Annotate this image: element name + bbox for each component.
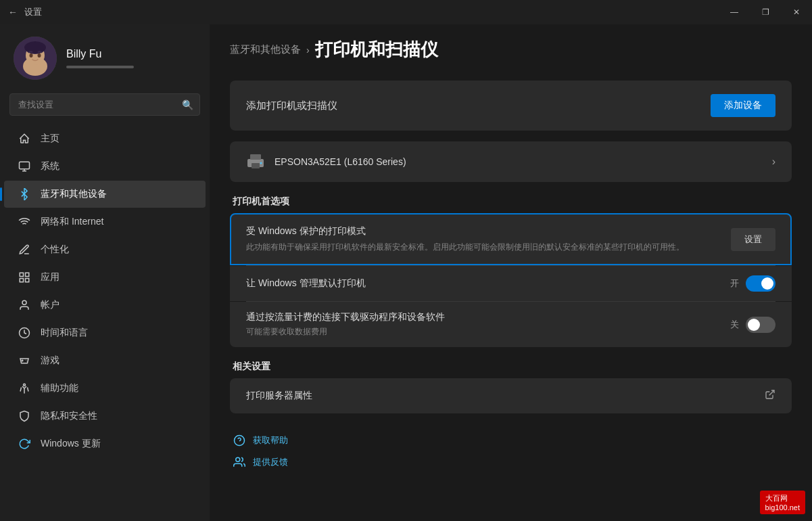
- get-help-link[interactable]: 获取帮助: [233, 430, 792, 451]
- svg-rect-9: [26, 273, 29, 276]
- svg-point-6: [38, 53, 41, 58]
- svg-rect-16: [250, 154, 261, 160]
- sidebar-item-home[interactable]: 主页: [4, 125, 206, 152]
- app-body: Billy Fu 🔍 主页 系统: [0, 24, 812, 521]
- user-info: Billy Fu: [66, 48, 196, 68]
- sidebar-item-network-label: 网络和 Internet: [41, 216, 103, 228]
- metered-row: 通过按流量计费的连接下载驱动程序和设备软件 可能需要收取数据费用 关: [230, 302, 792, 347]
- gaming-icon: [18, 354, 31, 367]
- title-bar-controls: — ❐ ✕: [719, 0, 812, 24]
- add-device-button[interactable]: 添加设备: [711, 94, 775, 117]
- svg-rect-17: [252, 163, 260, 168]
- metered-subtitle: 可能需要收取数据费用: [246, 325, 445, 338]
- sidebar-item-network[interactable]: 网络和 Internet: [4, 208, 206, 235]
- sidebar-item-gaming[interactable]: 游戏: [4, 347, 206, 374]
- sidebar-item-privacy[interactable]: 隐私和安全性: [4, 403, 206, 430]
- print-server-label: 打印服务器属性: [246, 390, 312, 402]
- metered-text: 通过按流量计费的连接下载驱动程序和设备软件 可能需要收取数据费用: [246, 311, 445, 338]
- add-printer-label: 添加打印机或扫描仪: [246, 99, 337, 112]
- related-settings-header: 相关设置: [230, 361, 792, 373]
- back-icon[interactable]: ←: [8, 7, 18, 18]
- sidebar-item-accounts-label: 帐户: [41, 299, 59, 311]
- svg-point-4: [24, 41, 46, 53]
- sidebar-item-accounts[interactable]: 帐户: [4, 292, 206, 319]
- add-printer-section: 添加打印机或扫描仪 添加设备: [230, 81, 792, 131]
- page-title: 打印机和扫描仪: [315, 38, 438, 62]
- sidebar-item-gaming-label: 游戏: [41, 355, 59, 367]
- svg-rect-7: [20, 162, 30, 169]
- device-name: EPSON3A52E1 (L6160 Series): [274, 156, 406, 167]
- minimize-button[interactable]: —: [719, 0, 750, 24]
- privacy-icon: [18, 409, 31, 423]
- feedback-label: 提供反馈: [253, 456, 288, 468]
- print-server-row[interactable]: 打印服务器属性: [230, 378, 792, 413]
- sidebar-item-time-label: 时间和语言: [41, 327, 88, 339]
- sidebar-item-bluetooth[interactable]: 蓝牙和其他设备: [4, 181, 206, 208]
- sidebar-item-system[interactable]: 系统: [4, 153, 206, 180]
- home-icon: [18, 132, 31, 145]
- search-input[interactable]: [9, 93, 200, 116]
- personalization-icon: [18, 243, 31, 256]
- printer-options-header: 打印机首选项: [230, 196, 792, 208]
- metered-title: 通过按流量计费的连接下载驱动程序和设备软件: [246, 311, 445, 323]
- maximize-button[interactable]: ❐: [750, 0, 781, 24]
- title-bar: ← 设置 — ❐ ✕: [0, 0, 812, 24]
- breadcrumb: 蓝牙和其他设备 › 打印机和扫描仪: [230, 38, 792, 62]
- sidebar-item-home-label: 主页: [41, 133, 59, 145]
- device-section: EPSON3A52E1 (L6160 Series) ›: [230, 141, 792, 182]
- manage-printer-toggle[interactable]: [746, 275, 775, 292]
- content-area: 蓝牙和其他设备 › 打印机和扫描仪 添加打印机或扫描仪 添加设备: [210, 24, 812, 521]
- accounts-icon: [18, 298, 31, 312]
- manage-printer-state: 开: [730, 277, 739, 290]
- watermark: 大百网big100.net: [760, 491, 805, 514]
- sidebar-item-apps[interactable]: 应用: [4, 264, 206, 291]
- user-profile[interactable]: Billy Fu: [0, 24, 210, 91]
- manage-printer-knob: [761, 277, 773, 290]
- svg-point-14: [24, 384, 26, 386]
- manage-printer-title: 让 Windows 管理默认打印机: [246, 277, 366, 290]
- sidebar-item-bluetooth-label: 蓝牙和其他设备: [41, 188, 107, 200]
- metered-state: 关: [730, 319, 739, 331]
- time-icon: [18, 326, 31, 340]
- metered-toggle[interactable]: [746, 317, 775, 333]
- add-device-row: 添加打印机或扫描仪 添加设备: [230, 81, 792, 131]
- close-button[interactable]: ✕: [781, 0, 812, 24]
- breadcrumb-separator: ›: [306, 45, 310, 55]
- printer-icon: [246, 152, 265, 171]
- system-icon: [18, 160, 31, 173]
- metered-toggle-wrap: 关: [730, 317, 775, 333]
- svg-point-12: [22, 300, 26, 304]
- manage-printer-row: 让 Windows 管理默认打印机 开: [230, 266, 792, 301]
- protected-print-settings-button[interactable]: 设置: [731, 228, 775, 251]
- sidebar-item-update[interactable]: Windows 更新: [4, 430, 206, 457]
- sidebar-item-accessibility[interactable]: 辅助功能: [4, 375, 206, 402]
- help-icon: [233, 434, 246, 447]
- apps-icon: [18, 271, 31, 284]
- user-name: Billy Fu: [66, 48, 196, 60]
- avatar: [14, 37, 57, 80]
- device-row[interactable]: EPSON3A52E1 (L6160 Series) ›: [230, 141, 792, 182]
- breadcrumb-parent[interactable]: 蓝牙和其他设备: [230, 43, 301, 56]
- accessibility-icon: [18, 382, 31, 395]
- protected-print-title: 受 Windows 保护的打印模式: [246, 225, 717, 237]
- sidebar-item-time[interactable]: 时间和语言: [4, 319, 206, 346]
- protected-print-text: 受 Windows 保护的打印模式 此功能有助于确保采用打印机软件的最新安全标准…: [246, 225, 731, 253]
- sidebar-item-personalization[interactable]: 个性化: [4, 236, 206, 263]
- feedback-icon: [233, 455, 246, 469]
- bluetooth-icon: [18, 187, 31, 201]
- help-links: 获取帮助 提供反馈: [230, 430, 792, 473]
- sidebar-item-update-label: Windows 更新: [41, 438, 101, 450]
- svg-point-5: [30, 53, 33, 58]
- svg-point-22: [236, 457, 240, 461]
- chevron-right-icon: ›: [772, 156, 775, 168]
- sidebar-item-accessibility-label: 辅助功能: [41, 382, 78, 394]
- title-bar-left: ← 设置: [8, 6, 42, 18]
- feedback-link[interactable]: 提供反馈: [233, 451, 792, 473]
- external-link-icon: [765, 389, 775, 403]
- search-icon: 🔍: [182, 99, 193, 110]
- svg-point-18: [260, 162, 262, 164]
- device-left: EPSON3A52E1 (L6160 Series): [246, 152, 406, 171]
- app-title: 设置: [24, 6, 42, 18]
- sidebar-item-personalization-label: 个性化: [41, 244, 69, 256]
- sidebar-item-system-label: 系统: [41, 160, 59, 173]
